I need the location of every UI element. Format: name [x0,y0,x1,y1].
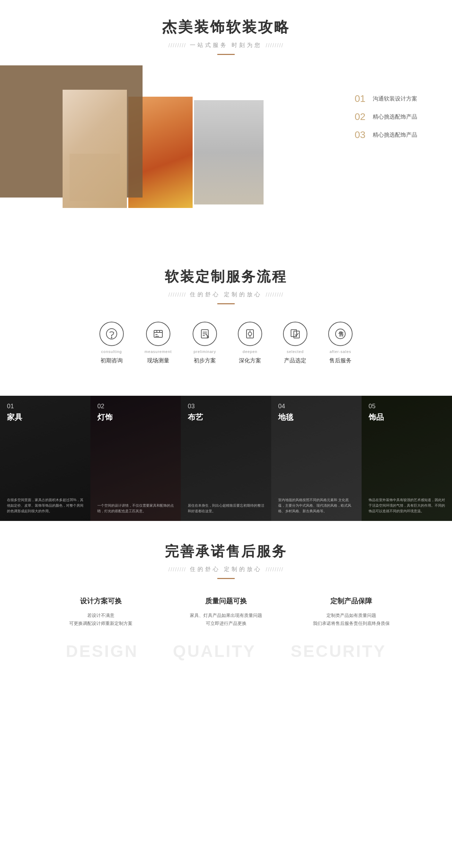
product-furniture-overlay: 01 家具 在很多空间里面，家具占的面积木多超过35%，其他如定价、皮草、装饰等… [0,396,90,521]
product-title-2: 灯饰 [97,412,174,423]
product-title-5: 饰品 [369,412,445,423]
hero-section: 杰美装饰软装攻略 //////// 一站式服务 时刻为您 //////// [0,0,452,65]
hero-subtitle-row: //////// 一站式服务 时刻为您 //////// [7,42,445,49]
product-carpet-overlay: 04 地毯 室内地毯的风格按照不同的风格元素和 文化底蕴，主要分为中式风格、现代… [271,396,362,521]
flow-item-deepen: deepen 深化方案 [238,322,262,364]
product-deco: 05 饰品 饰品在室外装饰中具有较强的艺术感知道，因此对于活染空间环境的气情，具… [362,396,452,521]
flow-cn-selected: 产品选定 [284,357,306,364]
photo-room [194,100,264,204]
product-title-4: 地毯 [278,412,355,423]
aftersales-title: 完善承诺售后服务 [14,542,438,561]
flow-slash-left: //////// [168,292,186,298]
step-list: 01 沟通软装设计方案 02 精心挑选配饰产品 03 精心挑选配饰产品 [355,93,417,147]
flow-cn-consulting: 初期咨询 [100,357,123,364]
slash-right: //////// [266,42,284,49]
flow-cn-measurement: 现场测量 [147,357,169,364]
flow-en-aftersales: after-sales [330,349,351,354]
aftersales-subtitle-row: //////// 住的舒心 定制的放心 //////// [14,566,438,573]
product-desc-4: 室内地毯的风格按照不同的风格元素和 文化底蕴，主要分为中式风格、现代清的风格，欧… [278,497,355,514]
product-num-1: 01 [7,403,83,410]
product-num-2: 02 [97,403,174,410]
product-num-3: 03 [188,403,264,410]
product-deco-overlay: 05 饰品 饰品在室外装饰中具有较强的艺术感知道，因此对于活染空间环境的气情，具… [362,396,452,521]
aftersales-card-design: 设计方案可换 若设计不满意 可更换调配设计师重新定制方案 [52,596,150,628]
flow-subtitle: 住的舒心 定制的放心 [190,291,262,298]
aftersales-card-row: 设计方案可换 若设计不满意 可更换调配设计师重新定制方案 质量问题可换 家具、灯… [14,579,438,635]
step-item-3: 03 精心挑选配饰产品 [355,129,417,140]
product-num-4: 04 [278,403,355,410]
step-num-1: 01 [355,93,369,104]
flow-en-consulting: consulting [101,349,122,354]
product-title-3: 布艺 [188,412,264,423]
product-num-5: 05 [369,403,445,410]
product-desc-5: 饰品在室外装饰中具有较强的艺术感知道，因此对于活染空间环境的气情，具有巨大的作用… [369,497,445,514]
aftersales-card-title-3: 定制产品保障 [302,596,400,606]
flow-cn-deepen: 深化方案 [239,357,261,364]
step-item-2: 02 精心挑选配饰产品 [355,111,417,122]
flow-item-aftersales: 售 after-sales 售后服务 [328,322,353,364]
step-num-3: 03 [355,129,369,140]
flow-item-consulting: consulting 初期咨询 [99,322,124,364]
slash-left: //////// [168,42,186,49]
step-label-1: 沟通软装设计方案 [373,95,417,103]
aftersales-slash-right: //////// [266,566,284,573]
product-title-1: 家具 [7,412,83,423]
photo-grid [63,90,264,208]
products-section: 01 家具 在很多空间里面，家具占的面积木多超过35%，其他如定价、皮草、装饰等… [0,396,452,521]
flow-title: 软装定制服务流程 [7,267,445,286]
product-desc-3: 居住在本身生，到出心超精致后要忘初期待的整洁和好道都在这里。 [188,503,264,514]
hero-title: 杰美装饰软装攻略 [7,17,445,37]
flow-item-preliminary: preliminary 初步方案 [193,322,217,364]
aftersales-card-quality: 质量问题可换 家具、灯具产品如果出现有质量问题 可立即进行产品更换 [177,596,275,628]
product-furniture: 01 家具 在很多空间里面，家具占的面积木多超过35%，其他如定价、皮草、装饰等… [0,396,90,521]
svg-text:售: 售 [338,331,344,337]
aftersales-card-desc-2: 家具、灯具产品如果出现有质量问题 可立即进行产品更换 [177,611,275,628]
flow-item-measurement: measurement 现场测量 [145,322,172,364]
hero-divider [217,54,235,55]
product-carpet: 04 地毯 室内地毯的风格按照不同的风格元素和 文化底蕴，主要分为中式风格、现代… [271,396,362,521]
flow-cn-preliminary: 初步方案 [194,357,216,364]
consulting-icon [99,322,124,346]
flow-en-deepen: deepen [243,349,258,354]
aftersales-card-title-2: 质量问题可换 [177,596,275,606]
product-desc-2: 一个空间的设计讲情，不仅仅需要家具和配饰的点睛，灯光的搭配也是工匹其意。 [97,503,174,514]
aftersales-icon: 售 [328,322,353,346]
flow-section: 软装定制服务流程 //////// 住的舒心 定制的放心 //////// co… [0,253,452,396]
aftersales-card-desc-3: 定制类产品如有质量问题 我们承诺将售后服务责任到底终身质保 [302,611,400,628]
watermark-security: SECURITY [291,642,386,661]
flow-icon-row: consulting 初期咨询 measurement 现场测量 [7,304,445,385]
aftersales-slash-left: //////// [168,566,186,573]
product-light-overlay: 02 灯饰 一个空间的设计讲情，不仅仅需要家具和配饰的点睛，灯光的搭配也是工匹其… [90,396,181,521]
step-item-1: 01 沟通软装设计方案 [355,93,417,104]
flow-en-selected: selected [287,349,304,354]
product-light: 02 灯饰 一个空间的设计讲情，不仅仅需要家具和配饰的点睛，灯光的搭配也是工匹其… [90,396,181,521]
flow-en-measurement: measurement [145,349,172,354]
product-desc-1: 在很多空间里面，家具占的面积木多超过35%，其他如定价、皮草、装饰等饰品的颜色，… [7,497,83,514]
flow-subtitle-row: //////// 住的舒心 定制的放心 //////// [7,291,445,298]
flow-cn-aftersales: 售后服务 [329,357,352,364]
aftersales-card-security: 定制产品保障 定制类产品如有质量问题 我们承诺将售后服务责任到底终身质保 [302,596,400,628]
hero-subtitle: 一站式服务 时刻为您 [190,42,262,49]
svg-point-1 [111,337,112,338]
product-fabric-overlay: 03 布艺 居住在本身生，到出心超精致后要忘初期待的整洁和好道都在这里。 [181,396,271,521]
watermark-quality: QUALITY [173,642,256,661]
consult-image [63,90,127,208]
product-fabric: 03 布艺 居住在本身生，到出心超精致后要忘初期待的整洁和好道都在这里。 [181,396,271,521]
aftersales-section: 完善承诺售后服务 //////// 住的舒心 定制的放心 //////// 设计… [0,521,452,696]
measurement-icon [146,322,170,346]
flow-en-preliminary: preliminary [194,349,216,354]
aftersales-card-desc-1: 若设计不满意 可更换调配设计师重新定制方案 [52,611,150,628]
flow-slash-right: //////// [266,292,284,298]
room-image [194,100,264,204]
watermark-row: DESIGN QUALITY SECURITY [14,635,438,682]
preliminary-icon [193,322,217,346]
aftersales-subtitle: 住的舒心 定制的放心 [190,566,262,573]
aftersales-card-title-1: 设计方案可换 [52,596,150,606]
selected-icon [283,322,307,346]
photo-consult [63,90,127,208]
photo-steps-section: 01 沟通软装设计方案 02 精心挑选配饰产品 03 精心挑选配饰产品 [0,65,452,232]
step-label-2: 精心挑选配饰产品 [373,113,417,121]
deepen-icon [238,322,262,346]
flow-item-selected: selected 产品选定 [283,322,307,364]
step-label-3: 精心挑选配饰产品 [373,131,417,139]
